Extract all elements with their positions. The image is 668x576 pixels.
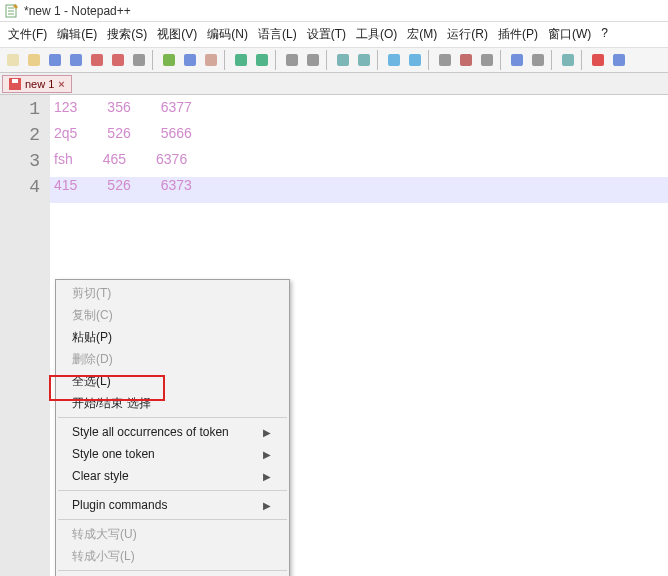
ctxmenu-item[interactable]: Plugin commands▶: [56, 494, 289, 516]
close-all-icon[interactable]: [108, 50, 128, 70]
save-icon[interactable]: [45, 50, 65, 70]
play-icon[interactable]: [609, 50, 629, 70]
show-all-icon[interactable]: [456, 50, 476, 70]
menu-4[interactable]: 编码(N): [203, 24, 252, 45]
redo-icon[interactable]: [252, 50, 272, 70]
code-line[interactable]: 2q55265666: [50, 125, 668, 151]
indent-guide-icon[interactable]: [477, 50, 497, 70]
code-token: 356: [107, 99, 130, 125]
menu-3[interactable]: 视图(V): [153, 24, 201, 45]
chevron-right-icon: ▶: [263, 449, 271, 460]
ctxmenu-separator: [58, 490, 287, 491]
window-title: *new 1 - Notepad++: [24, 4, 131, 18]
zoom-in-icon[interactable]: [333, 50, 353, 70]
ctxmenu-label: Clear style: [72, 469, 129, 483]
svg-rect-28: [12, 79, 18, 83]
ctxmenu-item[interactable]: Style one token▶: [56, 443, 289, 465]
ctxmenu-item: 删除(D): [56, 348, 289, 370]
svg-rect-1: [7, 54, 19, 66]
menu-bar: 文件(F)编辑(E)搜索(S)视图(V)编码(N)语言(L)设置(T)工具(O)…: [0, 22, 668, 47]
ctxmenu-separator: [58, 519, 287, 520]
ctxmenu-item[interactable]: 开始/结束 选择: [56, 392, 289, 414]
code-token: 5666: [161, 125, 192, 151]
toolbar-separator: [326, 50, 330, 70]
menu-0[interactable]: 文件(F): [4, 24, 51, 45]
ctxmenu-label: 转成大写(U): [72, 526, 137, 543]
close-icon[interactable]: [87, 50, 107, 70]
svg-rect-21: [481, 54, 493, 66]
ctxmenu-item: 转成大写(U): [56, 523, 289, 545]
svg-rect-11: [235, 54, 247, 66]
ctxmenu-label: 复制(C): [72, 307, 113, 324]
tab-new-1[interactable]: new 1 ×: [2, 75, 72, 93]
wrap-icon[interactable]: [435, 50, 455, 70]
svg-rect-3: [49, 54, 61, 66]
menu-9[interactable]: 运行(R): [443, 24, 492, 45]
sync-v-icon[interactable]: [384, 50, 404, 70]
ctxmenu-label: 全选(L): [72, 373, 111, 390]
menu-1[interactable]: 编辑(E): [53, 24, 101, 45]
toolbar-separator: [581, 50, 585, 70]
editor[interactable]: 1234 12335663772q55265666fsh465637641552…: [0, 95, 668, 576]
tab-label: new 1: [25, 78, 54, 90]
paste-icon[interactable]: [201, 50, 221, 70]
ctxmenu-item[interactable]: Clear style▶: [56, 465, 289, 487]
save-all-icon[interactable]: [66, 50, 86, 70]
svg-rect-25: [592, 54, 604, 66]
menu-6[interactable]: 设置(T): [303, 24, 350, 45]
lang-icon[interactable]: [507, 50, 527, 70]
zoom-out-icon[interactable]: [354, 50, 374, 70]
ctxmenu-label: Style all occurrences of token: [72, 425, 229, 439]
menu-10[interactable]: 插件(P): [494, 24, 542, 45]
line-gutter: 1234: [0, 95, 50, 576]
print-icon[interactable]: [129, 50, 149, 70]
toolbar-separator: [551, 50, 555, 70]
svg-rect-8: [163, 54, 175, 66]
ctxmenu-item[interactable]: Style all occurrences of token▶: [56, 421, 289, 443]
replace-icon[interactable]: [303, 50, 323, 70]
toolbar-separator: [275, 50, 279, 70]
tab-bar: new 1 ×: [0, 73, 668, 95]
svg-rect-2: [28, 54, 40, 66]
code-line[interactable]: fsh4656376: [50, 151, 668, 177]
svg-rect-26: [613, 54, 625, 66]
code-token: 465: [103, 151, 126, 177]
new-file-icon[interactable]: [3, 50, 23, 70]
menu-8[interactable]: 宏(M): [403, 24, 441, 45]
toolbar: [0, 47, 668, 73]
ctxmenu-item[interactable]: 粘贴(P): [56, 326, 289, 348]
code-token: 526: [107, 125, 130, 151]
code-token: 6373: [161, 177, 192, 203]
unsaved-icon: [9, 78, 21, 90]
open-file-icon[interactable]: [24, 50, 44, 70]
cut-icon[interactable]: [159, 50, 179, 70]
toolbar-separator: [500, 50, 504, 70]
copy-icon[interactable]: [180, 50, 200, 70]
sync-h-icon[interactable]: [405, 50, 425, 70]
svg-rect-6: [112, 54, 124, 66]
context-menu: 剪切(T)复制(C)粘贴(P)删除(D)全选(L)开始/结束 选择Style a…: [55, 279, 290, 576]
menu-5[interactable]: 语言(L): [254, 24, 301, 45]
menu-7[interactable]: 工具(O): [352, 24, 401, 45]
title-bar: *new 1 - Notepad++: [0, 0, 668, 22]
tab-close-icon[interactable]: ×: [58, 78, 64, 90]
find-icon[interactable]: [282, 50, 302, 70]
svg-rect-24: [562, 54, 574, 66]
monitor-icon[interactable]: [558, 50, 578, 70]
doc-map-icon[interactable]: [528, 50, 548, 70]
svg-rect-20: [460, 54, 472, 66]
menu-11[interactable]: 窗口(W): [544, 24, 595, 45]
svg-rect-4: [70, 54, 82, 66]
toolbar-separator: [224, 50, 228, 70]
line-number: 4: [0, 177, 50, 203]
code-token: 526: [107, 177, 130, 203]
ctxmenu-item[interactable]: 全选(L): [56, 370, 289, 392]
code-line[interactable]: 1233566377: [50, 99, 668, 125]
record-icon[interactable]: [588, 50, 608, 70]
undo-icon[interactable]: [231, 50, 251, 70]
ctxmenu-label: Style one token: [72, 447, 155, 461]
code-line[interactable]: 4155266373: [50, 177, 668, 203]
menu-2[interactable]: 搜索(S): [103, 24, 151, 45]
menu-12[interactable]: ?: [597, 24, 612, 45]
svg-rect-18: [409, 54, 421, 66]
